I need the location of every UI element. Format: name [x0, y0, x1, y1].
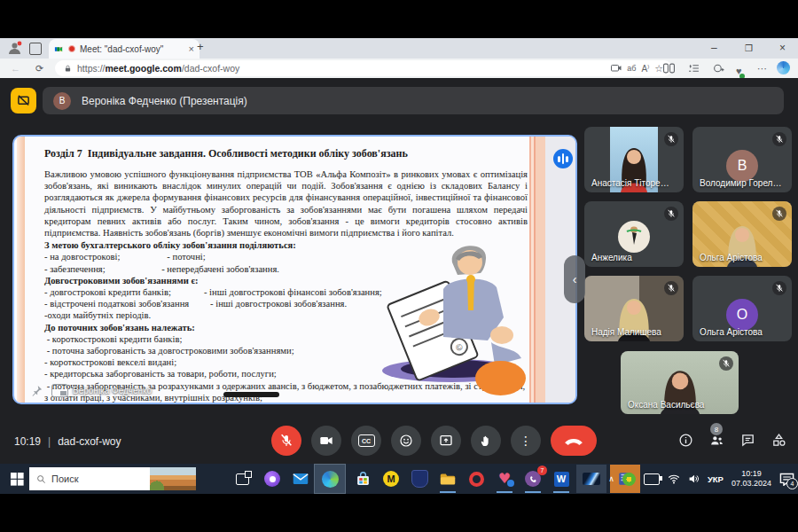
system-tray: ∧ УКР 10:19 07.03.2024 4: [608, 464, 794, 494]
participant-tile[interactable]: В Володимир Горел…: [692, 127, 792, 192]
word-icon[interactable]: W: [552, 469, 571, 489]
participant-tile[interactable]: Ольга Арістова: [692, 201, 792, 267]
browser-essentials-icon[interactable]: ♥: [736, 62, 742, 78]
action-center-icon[interactable]: 4: [779, 473, 794, 486]
slide-line: - інші поточні зобов'язання.: [44, 403, 528, 404]
participant-name: Ольга Арістова: [700, 253, 763, 262]
task-view-icon[interactable]: [232, 469, 252, 489]
mic-muted-icon: [664, 132, 678, 146]
participant-tile[interactable]: Оксана Васильєва: [621, 351, 739, 414]
speaker-icon[interactable]: [688, 473, 700, 484]
viber-icon[interactable]: 7: [523, 469, 543, 489]
tab-close-icon[interactable]: ×: [189, 43, 194, 54]
mic-muted-icon: [664, 207, 678, 221]
search-icon: [36, 474, 46, 484]
camera-button[interactable]: [311, 426, 341, 456]
activities-icon[interactable]: [770, 431, 787, 449]
copilot-icon[interactable]: [777, 61, 790, 74]
participant-avatar: О: [726, 299, 758, 331]
presentation-warning-button[interactable]: [11, 88, 36, 113]
raise-hand-button[interactable]: [471, 426, 501, 456]
tray-clock[interactable]: 10:19 07.03.2024: [732, 469, 771, 489]
new-tab-button[interactable]: +: [197, 40, 204, 53]
store-icon[interactable]: [353, 469, 372, 489]
back-icon[interactable]: ←: [11, 60, 20, 76]
participant-tile[interactable]: Анжелика: [584, 201, 684, 267]
reactions-button[interactable]: [391, 426, 421, 456]
window-maximize-button[interactable]: ❐: [745, 38, 753, 59]
participant-name: Анастасія Тіторе…: [591, 178, 669, 188]
slide-paragraph: Важливою умовою успішного функціонування…: [44, 168, 528, 239]
participant-avatar-image: [618, 221, 650, 253]
remove-tile-icon[interactable]: [51, 384, 68, 397]
slide-orange-shape: [475, 361, 526, 395]
url-field[interactable]: https://meet.google.com/dad-cxof-woy аб …: [55, 60, 672, 76]
browser-address-bar: ← ⟳ https://meet.google.com/dad-cxof-woy…: [0, 59, 798, 78]
browser-hubs-icon[interactable]: [713, 63, 724, 74]
mail-icon[interactable]: [291, 469, 310, 489]
translate-icon[interactable]: аб: [627, 60, 636, 76]
collapse-panel-handle[interactable]: ‹: [564, 255, 585, 303]
metro-app-icon[interactable]: M: [381, 469, 401, 489]
antivirus-icon[interactable]: [622, 473, 636, 486]
crest-app-icon[interactable]: [410, 469, 429, 489]
browser-profile-icon[interactable]: [7, 41, 22, 56]
presenter-avatar: В: [53, 92, 71, 110]
read-aloud-icon[interactable]: A): [641, 59, 649, 77]
presenter-banner[interactable]: В Вероніка Федченко (Презентація): [43, 87, 784, 114]
screen-share-tile[interactable]: Розділ 7 Індивідуальне завдання. Особлив…: [12, 135, 577, 404]
chat-icon[interactable]: [739, 431, 756, 449]
file-explorer-icon[interactable]: [438, 469, 458, 489]
collections-icon[interactable]: [688, 63, 700, 74]
mic-muted-icon: [772, 281, 786, 295]
captions-button[interactable]: CC: [351, 426, 381, 456]
present-button[interactable]: [431, 426, 461, 456]
display-device-icon[interactable]: [644, 473, 660, 485]
no-presentation-icon: [17, 94, 30, 107]
refresh-icon[interactable]: ⟳: [35, 60, 43, 76]
alisa-icon[interactable]: [262, 469, 282, 489]
call-controls: CC ⋮: [271, 426, 597, 456]
search-placeholder: Поиск: [51, 473, 150, 484]
window-minimize-button[interactable]: –: [711, 38, 717, 59]
people-icon[interactable]: 8: [708, 431, 725, 449]
participant-avatar: В: [726, 150, 758, 182]
browser-settings-icon[interactable]: ⋯: [757, 60, 767, 76]
clock-time: 10:19: [14, 435, 41, 448]
slide-left-border: [17, 137, 25, 403]
language-indicator[interactable]: УКР: [708, 474, 724, 484]
favorites-star-icon[interactable]: ☆: [654, 60, 663, 76]
pin-icon[interactable]: [30, 384, 43, 397]
split-screen-icon[interactable]: [663, 63, 675, 74]
photos-app-icon[interactable]: [576, 465, 606, 493]
info-icon[interactable]: [677, 431, 694, 449]
wifi-icon[interactable]: [668, 474, 680, 484]
share-watermark: Вероніка Федченко: [73, 386, 152, 395]
recording-indicator-icon: [68, 45, 75, 52]
start-button[interactable]: [7, 469, 27, 489]
meeting-code: dad-cxof-woy: [58, 435, 121, 448]
presenter-name: Вероніка Федченко (Презентація): [82, 95, 247, 107]
window-close-button[interactable]: ×: [779, 38, 786, 59]
end-call-button[interactable]: [551, 426, 597, 456]
participant-name: Володимир Горел…: [700, 178, 781, 188]
workspaces-icon[interactable]: [29, 43, 42, 55]
screen: Meet: "dad-cxof-woy" × + – ❐ × ← ⟳ https…: [0, 0, 798, 532]
participant-tile[interactable]: Надія Малишева: [584, 276, 684, 341]
search-highlight-image[interactable]: [150, 467, 196, 490]
mic-muted-icon: [664, 281, 678, 295]
edge-icon[interactable]: [314, 464, 346, 494]
participant-tile[interactable]: О Ольга Арістова: [692, 276, 792, 341]
opera-icon[interactable]: [466, 469, 486, 489]
slide-right-border: [529, 137, 545, 403]
health-heart-icon[interactable]: ♥: [495, 469, 514, 489]
tray-expand-icon[interactable]: ∧: [608, 474, 614, 483]
mic-muted-icon: [772, 132, 786, 146]
media-controls-icon[interactable]: [611, 64, 622, 73]
more-options-button[interactable]: ⋮: [511, 426, 541, 456]
participant-tile[interactable]: Анастасія Тіторе…: [584, 127, 684, 192]
taskbar-search-input[interactable]: Поиск: [29, 467, 196, 490]
mic-mute-button[interactable]: [271, 426, 301, 456]
browser-tab[interactable]: Meet: "dad-cxof-woy" ×: [49, 39, 200, 59]
lock-icon: [64, 64, 72, 74]
